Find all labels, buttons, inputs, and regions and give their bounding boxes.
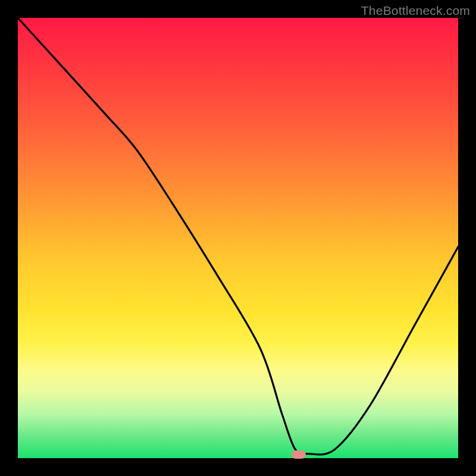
chart-frame: TheBottleneck.com <box>0 0 476 476</box>
optimum-marker <box>292 450 306 459</box>
plot-area <box>18 18 458 458</box>
watermark-text: TheBottleneck.com <box>361 4 470 18</box>
bottleneck-curve <box>18 18 458 458</box>
